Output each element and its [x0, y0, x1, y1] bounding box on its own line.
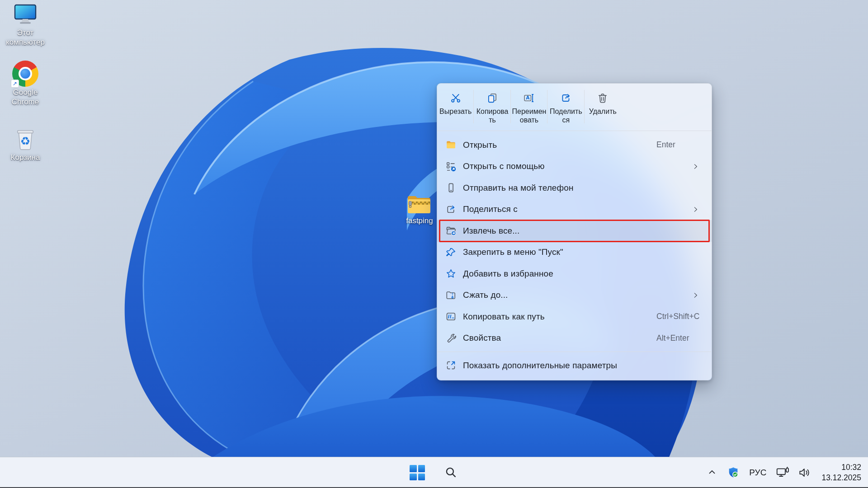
- taskbar: РУС 10:32 13.12.2025: [0, 457, 868, 488]
- open-with-icon: [445, 160, 457, 172]
- menu-item-extract-all[interactable]: Извлечь все...: [437, 220, 712, 242]
- context-menu: Вырезать Копировать А Переимен: [437, 83, 712, 380]
- menu-item-pin-to-start[interactable]: Закрепить в меню "Пуск": [437, 242, 712, 263]
- zip-file-label: fastping: [406, 216, 433, 226]
- copy-path-icon: [445, 311, 457, 323]
- chevron-right-icon: [692, 291, 699, 299]
- shortcut-arrow-icon: ↗: [11, 80, 19, 88]
- copy-icon: [486, 91, 498, 104]
- language-indicator[interactable]: РУС: [748, 468, 768, 478]
- star-icon: [445, 268, 457, 280]
- start-button[interactable]: [407, 462, 428, 483]
- context-menu-toolbar: Вырезать Копировать А Переимен: [437, 84, 712, 131]
- search-icon: [444, 465, 458, 480]
- windows-logo-icon: [410, 465, 425, 480]
- zip-folder-icon: [445, 289, 457, 301]
- wallpaper-bloom: [0, 0, 868, 457]
- menu-item-show-more-options[interactable]: Показать дополнительные параметры: [437, 355, 712, 376]
- menu-item-open[interactable]: Открыть Enter: [437, 134, 712, 156]
- menu-item-copy-as-path[interactable]: Копировать как путь Ctrl+Shift+C: [437, 306, 712, 328]
- extract-icon: [445, 225, 457, 237]
- chrome-label: Google Chrome: [4, 88, 47, 107]
- menu-item-open-with[interactable]: Открыть с помощью: [437, 156, 712, 178]
- trash-icon: [597, 91, 609, 104]
- svg-text:♻: ♻: [20, 135, 30, 148]
- scissors-icon: [450, 91, 462, 104]
- clock-date: 13.12.2025: [821, 473, 861, 483]
- desktop-icon-recycle-bin[interactable]: ♻ Корзина: [4, 127, 47, 163]
- volume-icon[interactable]: [797, 465, 812, 480]
- search-button[interactable]: [440, 462, 461, 483]
- chrome-icon: ↗: [12, 61, 38, 87]
- wrench-icon: [445, 332, 457, 344]
- desktop-icon-this-pc[interactable]: Этот компьютер: [4, 4, 47, 47]
- menu-item-properties[interactable]: Свойства Alt+Enter: [437, 328, 712, 349]
- share-icon: [445, 203, 457, 215]
- clock-time: 10:32: [821, 462, 861, 473]
- shortcut-label: Ctrl+Shift+C: [656, 312, 699, 321]
- chevron-up-icon: [707, 467, 717, 479]
- clock[interactable]: 10:32 13.12.2025: [821, 462, 861, 483]
- rename-button[interactable]: А Переименовать: [511, 84, 547, 131]
- menu-item-share-with[interactable]: Поделиться с: [437, 199, 712, 221]
- context-menu-items: Открыть Enter Открыть с помощью: [437, 131, 712, 380]
- desktop-icon-chrome[interactable]: ↗ Google Chrome: [4, 61, 47, 107]
- share-icon: [560, 91, 572, 104]
- this-pc-icon: [13, 4, 38, 27]
- folder-open-icon: [445, 139, 457, 151]
- expand-icon: [445, 360, 457, 371]
- pin-icon: [445, 246, 457, 258]
- this-pc-label: Этот компьютер: [4, 28, 47, 47]
- copy-button[interactable]: Копировать: [474, 84, 510, 131]
- shortcut-label: Enter: [656, 140, 675, 150]
- network-devices-icon[interactable]: [775, 465, 790, 480]
- recycle-bin-icon: ♻: [14, 127, 37, 152]
- menu-item-add-to-favorites[interactable]: Добавить в избранное: [437, 263, 712, 285]
- recycle-bin-label: Корзина: [11, 153, 40, 163]
- security-shield-icon[interactable]: [726, 466, 740, 479]
- cut-button[interactable]: Вырезать: [437, 84, 474, 131]
- chevron-right-icon: [692, 163, 699, 170]
- zip-file-icon: [406, 193, 433, 215]
- desktop: Этот компьютер ↗ Google Chrome ♻ Корзина: [0, 0, 868, 488]
- share-button[interactable]: Поделиться: [547, 84, 584, 131]
- tray-overflow-button[interactable]: [705, 462, 719, 483]
- menu-item-send-to-phone[interactable]: Отправить на мой телефон: [437, 177, 712, 199]
- rename-icon: А: [523, 91, 535, 104]
- phone-icon: [445, 182, 457, 194]
- delete-button[interactable]: Удалить: [585, 84, 621, 131]
- menu-item-compress-to[interactable]: Сжать до...: [437, 285, 712, 306]
- menu-separator: [438, 352, 711, 352]
- svg-text:А: А: [526, 95, 530, 100]
- chevron-right-icon: [692, 206, 699, 213]
- shortcut-label: Alt+Enter: [656, 333, 689, 343]
